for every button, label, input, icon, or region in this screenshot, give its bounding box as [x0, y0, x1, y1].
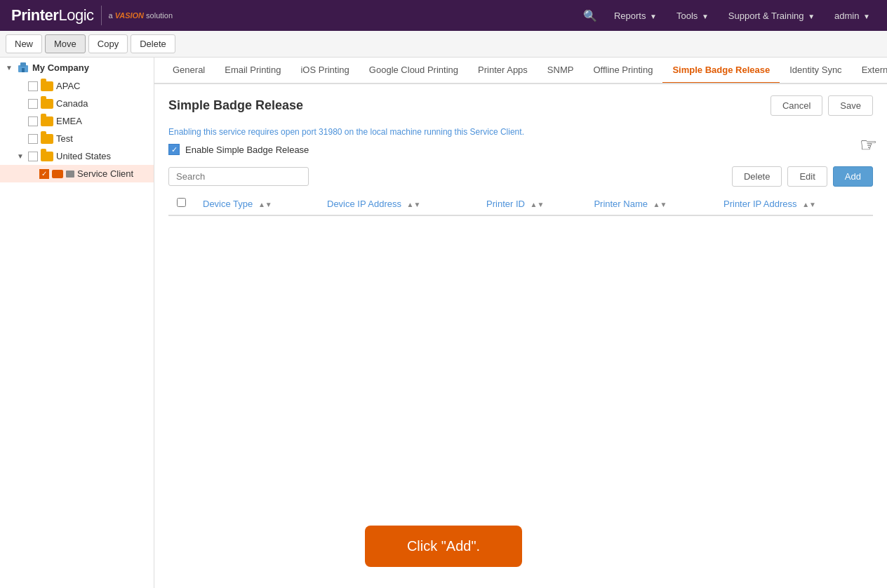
move-button[interactable]: Move	[45, 34, 86, 53]
svg-rect-2	[22, 68, 25, 72]
col-device-type-label: Device Type	[203, 199, 253, 209]
col-printer-name-label: Printer Name	[594, 199, 648, 209]
toolbar: New Move Copy Delete	[0, 31, 887, 58]
us-arrow: ▼	[17, 152, 25, 160]
sort-printer-id: ▲▼	[531, 201, 545, 208]
apac-folder-icon	[41, 81, 53, 91]
tools-arrow: ▼	[702, 13, 709, 20]
expand-arrow: ▼	[6, 64, 14, 72]
new-button[interactable]: New	[6, 34, 42, 53]
test-checkbox[interactable]	[28, 134, 38, 144]
sidebar-item-apac[interactable]: ▶ APAC	[0, 77, 154, 95]
svg-rect-1	[20, 62, 26, 67]
sort-device-ip: ▲▼	[407, 201, 421, 208]
delete-button[interactable]: Delete	[732, 166, 782, 187]
sort-printer-name: ▲▼	[653, 201, 667, 208]
emea-checkbox[interactable]	[28, 116, 38, 126]
company-icon	[17, 61, 29, 74]
sort-device-type: ▲▼	[258, 201, 272, 208]
col-printer-ip-label: Printer IP Address	[723, 199, 797, 209]
tab-ios-printing[interactable]: iOS Printing	[291, 58, 359, 84]
tab-offline-printing[interactable]: Offline Printing	[583, 58, 662, 84]
emea-folder-icon	[41, 116, 53, 126]
cancel-button[interactable]: Cancel	[771, 95, 822, 116]
sidebar-item-canada[interactable]: ▶ Canada	[0, 95, 154, 112]
reports-menu[interactable]: Reports ▼	[608, 8, 662, 24]
tab-external-gateway[interactable]: External Gateway	[852, 58, 887, 84]
select-all-checkbox[interactable]	[177, 198, 186, 207]
col-device-ip-label: Device IP Address	[327, 199, 401, 209]
sidebar-item-united-states[interactable]: ▼ United States	[0, 147, 154, 165]
col-printer-name[interactable]: Printer Name ▲▼	[585, 192, 715, 215]
sort-printer-ip: ▲▼	[802, 201, 816, 208]
col-printer-id[interactable]: Printer ID ▲▼	[478, 192, 585, 215]
tab-email-printing[interactable]: Email Printing	[215, 58, 291, 84]
add-button[interactable]: Add	[833, 166, 873, 187]
sidebar-label-emea: EMEA	[56, 116, 82, 126]
col-printer-id-label: Printer ID	[486, 199, 525, 209]
sidebar-item-service-client[interactable]: ▶ Service Client	[0, 165, 154, 182]
save-button[interactable]: Save	[828, 95, 873, 116]
service-client-icon	[52, 170, 63, 178]
content-area: General Email Printing iOS Printing Goog…	[154, 58, 887, 588]
logo-divider	[101, 6, 102, 25]
sidebar: ▼ My Company ▶ APAC ▶ Canada ▶	[0, 58, 154, 588]
admin-arrow: ▼	[863, 13, 870, 20]
col-device-ip[interactable]: Device IP Address ▲▼	[319, 192, 478, 215]
tab-identity-sync[interactable]: Identity Sync	[780, 58, 851, 84]
enable-checkbox[interactable]	[168, 144, 180, 155]
test-folder-icon	[41, 134, 53, 144]
support-arrow: ▼	[808, 13, 815, 20]
tab-snmp[interactable]: SNMP	[538, 58, 584, 84]
delete-toolbar-button[interactable]: Delete	[131, 34, 175, 53]
sidebar-item-my-company[interactable]: ▼ My Company	[0, 58, 154, 77]
copy-button[interactable]: Copy	[88, 34, 128, 53]
page-title: Simple Badge Release	[168, 98, 771, 113]
info-message: Enabling this service requires open port…	[168, 127, 873, 137]
logo: PrinterLogic	[11, 6, 94, 25]
tabs-bar: General Email Printing iOS Printing Goog…	[154, 58, 887, 84]
sc-arrow: ▶	[28, 170, 36, 178]
enable-checkbox-container: Enable Simple Badge Release	[168, 144, 873, 155]
logo-area: PrinterLogic a VASION solution	[11, 6, 173, 25]
sc-checkbox[interactable]	[39, 169, 49, 179]
search-input[interactable]	[168, 167, 309, 186]
canada-checkbox[interactable]	[28, 99, 38, 109]
sidebar-item-emea[interactable]: ▶ EMEA	[0, 112, 154, 130]
sidebar-label-united-states: United States	[56, 151, 111, 161]
edit-button[interactable]: Edit	[787, 166, 827, 187]
vasion-label: a VASION solution	[109, 11, 173, 20]
enable-checkbox-label: Enable Simple Badge Release	[185, 145, 309, 155]
reports-arrow: ▼	[650, 13, 657, 20]
col-printer-ip[interactable]: Printer IP Address ▲▼	[715, 192, 873, 215]
tools-menu[interactable]: Tools ▼	[671, 8, 714, 24]
support-training-menu[interactable]: Support & Training ▼	[723, 8, 820, 24]
logo-printer: Printer	[11, 6, 58, 24]
logo-logic: Logic	[58, 6, 93, 24]
col-device-type[interactable]: Device Type ▲▼	[194, 192, 319, 215]
sidebar-item-test[interactable]: ▶ Test	[0, 130, 154, 147]
sidebar-label-apac: APAC	[56, 81, 80, 91]
sidebar-label-canada: Canada	[56, 98, 88, 109]
tab-simple-badge[interactable]: Simple Badge Release	[662, 58, 780, 84]
tab-printer-apps[interactable]: Printer Apps	[468, 58, 538, 84]
apac-checkbox[interactable]	[28, 81, 38, 91]
emea-arrow: ▶	[17, 117, 25, 125]
table-toolbar: Delete Edit Add	[168, 166, 873, 187]
canada-folder-icon	[41, 99, 53, 109]
admin-menu[interactable]: admin ▼	[829, 8, 876, 24]
canada-arrow: ▶	[17, 100, 25, 107]
apac-arrow: ▶	[17, 82, 25, 90]
content-body: Simple Badge Release Cancel Save Enablin…	[154, 84, 887, 227]
us-checkbox[interactable]	[28, 152, 38, 161]
tab-google-cloud[interactable]: Google Cloud Printing	[359, 58, 468, 84]
tab-general[interactable]: General	[163, 58, 215, 84]
sidebar-label-test: Test	[56, 133, 73, 144]
search-icon[interactable]: 🔍	[580, 6, 600, 25]
us-folder-icon	[41, 152, 53, 161]
sidebar-label-service-client: Service Client	[77, 168, 133, 179]
test-arrow: ▶	[17, 135, 25, 142]
select-all-header[interactable]	[168, 192, 194, 215]
sidebar-label-my-company: My Company	[32, 62, 89, 73]
data-table: Device Type ▲▼ Device IP Address ▲▼ Prin…	[168, 192, 873, 216]
